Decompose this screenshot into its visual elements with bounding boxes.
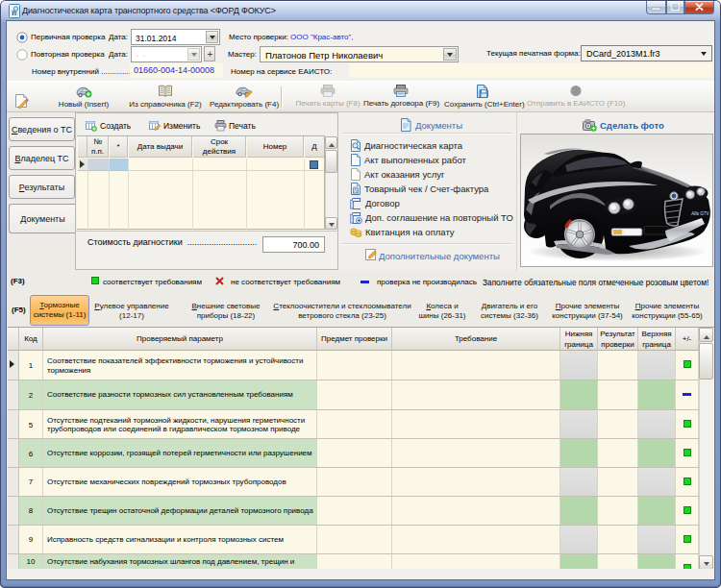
svg-text:Alfa GTV: Alfa GTV <box>690 211 710 216</box>
